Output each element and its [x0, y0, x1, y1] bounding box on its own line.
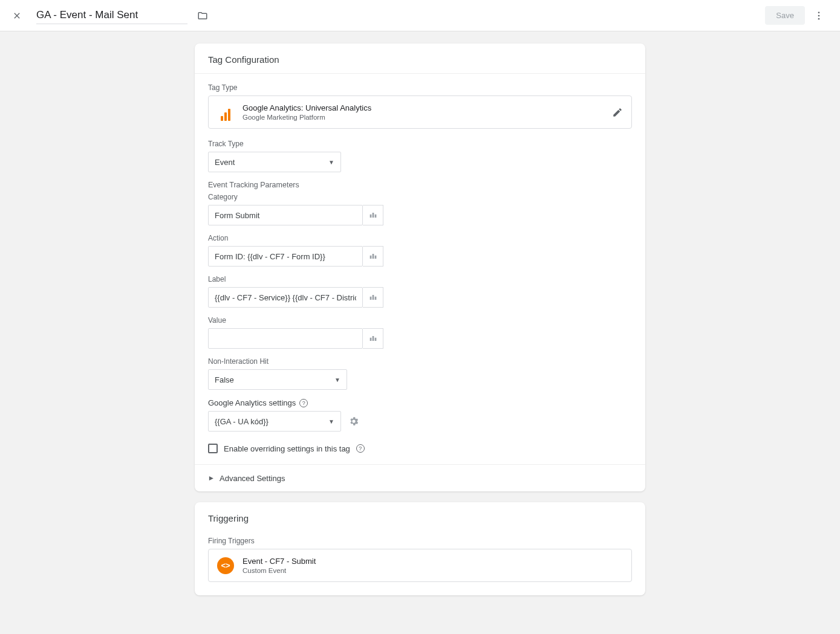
firing-triggers-label: Firing Triggers [208, 537, 632, 545]
label-label: Label [208, 275, 632, 283]
help-icon[interactable]: ? [356, 444, 365, 453]
triggering-card: Triggering Firing Triggers <> Event - CF… [195, 502, 645, 595]
label-input[interactable] [208, 287, 363, 308]
ga-settings-value: {{GA - UA kód}} [215, 417, 269, 426]
track-type-value: Event [215, 158, 235, 167]
gear-icon[interactable] [348, 416, 359, 427]
header: Save [0, 0, 840, 31]
svg-point-1 [818, 15, 820, 16]
tag-configuration-card: Tag Configuration Tag Type Google Analyt… [195, 44, 645, 491]
close-icon[interactable] [12, 11, 22, 21]
svg-point-0 [818, 11, 820, 13]
tag-name-input[interactable] [36, 7, 187, 24]
tag-type-selector[interactable]: Google Analytics: Universal Analytics Go… [208, 95, 632, 129]
category-input[interactable] [208, 205, 363, 225]
variable-picker-icon[interactable] [363, 287, 383, 308]
category-label: Category [208, 193, 632, 201]
event-params-label: Event Tracking Parameters [208, 181, 632, 189]
chevron-right-icon: ▾ [206, 476, 215, 480]
action-input[interactable] [208, 246, 363, 267]
trigger-name: Event - CF7 - Submit [243, 557, 316, 566]
override-checkbox[interactable] [208, 444, 218, 453]
chevron-down-icon: ▼ [328, 159, 334, 166]
analytics-icon [217, 104, 234, 121]
override-label: Enable overriding settings in this tag [224, 444, 350, 453]
help-icon[interactable]: ? [299, 399, 308, 407]
variable-picker-icon[interactable] [363, 205, 383, 225]
tag-type-platform: Google Marketing Platform [243, 114, 371, 121]
action-label: Action [208, 234, 632, 242]
variable-picker-icon[interactable] [363, 328, 383, 349]
advanced-settings-label: Advanced Settings [220, 474, 285, 483]
non-interaction-value: False [215, 375, 234, 384]
chevron-down-icon: ▼ [334, 377, 340, 383]
track-type-label: Track Type [208, 140, 632, 148]
track-type-select[interactable]: Event ▼ [208, 152, 341, 172]
save-button[interactable]: Save [765, 6, 805, 25]
non-interaction-select[interactable]: False ▼ [208, 369, 347, 390]
card-title: Tag Configuration [195, 44, 645, 74]
ga-settings-select[interactable]: {{GA - UA kód}} ▼ [208, 411, 341, 432]
custom-event-icon: <> [217, 557, 234, 574]
card-title: Triggering [195, 502, 645, 527]
tag-type-name: Google Analytics: Universal Analytics [243, 103, 371, 112]
svg-point-2 [818, 18, 820, 19]
chevron-down-icon: ▼ [328, 418, 334, 425]
firing-trigger-row[interactable]: <> Event - CF7 - Submit Custom Event [208, 549, 632, 582]
ga-settings-label: Google Analytics settings [208, 398, 296, 407]
non-interaction-label: Non-Interaction Hit [208, 357, 632, 366]
value-input[interactable] [208, 328, 363, 349]
trigger-type: Custom Event [243, 567, 316, 574]
folder-icon[interactable] [197, 10, 208, 21]
advanced-settings-toggle[interactable]: ▾ Advanced Settings [195, 464, 645, 491]
tag-type-label: Tag Type [208, 83, 632, 92]
variable-picker-icon[interactable] [363, 246, 383, 267]
value-label: Value [208, 316, 632, 325]
more-icon[interactable] [810, 7, 828, 25]
edit-icon[interactable] [612, 107, 623, 118]
